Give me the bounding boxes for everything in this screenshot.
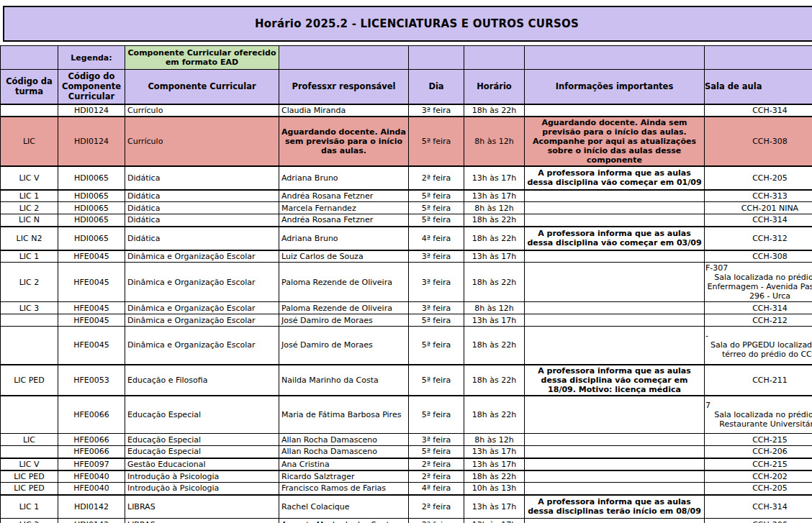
- componente-cell: Didática: [125, 202, 279, 214]
- horario-cell: 18h às 22h: [464, 263, 525, 302]
- componente-cell: Educação Especial: [125, 396, 279, 434]
- table-row: HDI0124CurrículoClaudia Miranda3ª feira1…: [1, 104, 812, 117]
- table-row: LIC 1HFE0045Dinâmica e Organização Escol…: [1, 250, 812, 263]
- sala-cell: CCH-313: [705, 190, 812, 202]
- sala-cell: CCH-205: [705, 483, 812, 495]
- turma-cell: LIC PED: [1, 365, 58, 396]
- info-cell: [525, 104, 705, 117]
- turma-cell: LIC 1: [1, 495, 58, 519]
- dia-cell: 2ª feira: [409, 458, 464, 470]
- horario-cell: 8h às 12h: [464, 302, 525, 314]
- professor-cell: Claudia Miranda: [279, 104, 409, 117]
- codigo-cell: HFE0045: [58, 263, 125, 302]
- dia-cell: 3ª feira: [409, 263, 464, 302]
- componente-cell: Educação Especial: [125, 434, 279, 446]
- legend-label: Legenda:: [58, 46, 125, 70]
- codigo-cell: HDI0065: [58, 190, 125, 202]
- table-row: LIC 2HFE0045Dinâmica e Organização Escol…: [1, 263, 812, 302]
- sala-cell: 7Sala localizada no prédio do Restaurant…: [705, 396, 812, 434]
- sala-code: F-307: [705, 263, 812, 273]
- professor-cell: Adriana Bruno: [279, 166, 409, 190]
- horario-cell: 13h às 17h: [464, 519, 525, 523]
- codigo-cell: HDI0142: [58, 495, 125, 519]
- info-cell: [525, 190, 705, 202]
- turma-cell: LIC 3: [1, 302, 58, 314]
- dia-cell: 5ª feira: [409, 202, 464, 214]
- col-header-dia: Dia: [409, 70, 464, 104]
- sala-cell: CCH-215: [705, 458, 812, 470]
- dia-cell: 5ª feira: [409, 396, 464, 434]
- info-cell: [525, 446, 705, 458]
- dia-cell: 3ª feira: [409, 434, 464, 446]
- componente-cell: Introdução à Psicologia: [125, 470, 279, 483]
- table-row: LIC N2HDI0065DidáticaAdriana Bruno4ª fei…: [1, 227, 812, 250]
- sala-desc: Sala localizada no prédio do Restaurante…: [707, 410, 812, 429]
- codigo-cell: HDI0065: [58, 202, 125, 214]
- sala-cell: CCH-212: [705, 314, 812, 327]
- info-cell: [525, 250, 705, 263]
- turma-cell: LIC 2: [1, 202, 58, 214]
- info-cell: Aguardando docente. Ainda sem previsão p…: [525, 117, 705, 166]
- turma-cell: LIC: [1, 434, 58, 446]
- horario-cell: 13h às 17h: [464, 250, 525, 263]
- componente-cell: Didática: [125, 166, 279, 190]
- sala-code: 7: [705, 401, 812, 410]
- codigo-cell: HFE0066: [58, 396, 125, 434]
- table-row: LICHDI0124CurrículoAguardando docente. A…: [1, 117, 812, 166]
- sala-cell: CCH-215: [705, 434, 812, 446]
- horario-cell: 8h às 12h: [464, 202, 525, 214]
- turma-cell: LIC N: [1, 214, 58, 227]
- table-row: LIC PEDHFE0040Introdução à PsicologiaRic…: [1, 470, 812, 483]
- horario-cell: 18h às 22h: [464, 104, 525, 117]
- codigo-cell: HFE0040: [58, 470, 125, 483]
- sala-cell: CCH-202: [705, 470, 812, 483]
- horario-cell: 18h às 22h: [464, 470, 525, 483]
- col-header-componente: Componente Curricular: [125, 70, 279, 104]
- codigo-cell: HFE0053: [58, 365, 125, 396]
- horario-cell: 8h às 12h: [464, 117, 525, 166]
- professor-cell: José Damiro de Moraes: [279, 327, 409, 365]
- sala-cell: CCH-205: [705, 166, 812, 190]
- professor-cell: Andréa Rosana Fetzner: [279, 214, 409, 227]
- table-row: LIC 2HDI0065DidáticaMarcela Fernandez5ª …: [1, 202, 812, 214]
- schedule-table: Legenda: Componente Curricular oferecido…: [0, 45, 812, 523]
- professor-cell: Marcela Fernandez: [279, 202, 409, 214]
- info-cell: [525, 263, 705, 302]
- sala-cell: CCH-211: [705, 365, 812, 396]
- professor-cell: Ricardo Salztrager: [279, 470, 409, 483]
- dia-cell: 3ª feira: [409, 302, 464, 314]
- componente-cell: Educação e Filosofia: [125, 365, 279, 396]
- codigo-cell: HDI0065: [58, 166, 125, 190]
- professor-cell: Paloma Rezende de Oliveira: [279, 302, 409, 314]
- dia-cell: 3ª feira: [409, 250, 464, 263]
- sala-code: -: [705, 331, 812, 340]
- turma-cell: LIC 1: [1, 250, 58, 263]
- sala-cell: CCH-201 NINA: [705, 202, 812, 214]
- codigo-cell: HFE0045: [58, 250, 125, 263]
- schedule-rows: HDI0124CurrículoClaudia Miranda3ª feira1…: [1, 104, 812, 523]
- table-row: HFE0066Educação EspecialMaria de Fátima …: [1, 396, 812, 434]
- horario-cell: 10h às 13h: [464, 483, 525, 495]
- codigo-cell: HFE0045: [58, 327, 125, 365]
- dia-cell: 5ª feira: [409, 117, 464, 166]
- sala-cell: CCH-308: [705, 250, 812, 263]
- table-row: LIC 2HDI0142LIBRASAugusto Machado dos Sa…: [1, 519, 812, 523]
- professor-cell: Maria de Fátima Barbosa Pires: [279, 396, 409, 434]
- componente-cell: LIBRAS: [125, 519, 279, 523]
- professor-cell: Allan Rocha Damasceno: [279, 434, 409, 446]
- table-row: LIC NHDI0065DidáticaAndréa Rosana Fetzne…: [1, 214, 812, 227]
- professor-cell: Adriana Bruno: [279, 227, 409, 250]
- turma-cell: [1, 104, 58, 117]
- turma-cell: LIC V: [1, 166, 58, 190]
- turma-cell: LIC PED: [1, 483, 58, 495]
- legend-empty-cell: [409, 46, 464, 70]
- horario-cell: 18h às 22h: [464, 227, 525, 250]
- componente-cell: Didática: [125, 190, 279, 202]
- turma-cell: LIC N2: [1, 227, 58, 250]
- dia-cell: 2ª feira: [409, 166, 464, 190]
- horario-cell: 18h às 22h: [464, 214, 525, 227]
- componente-cell: Dinâmica e Organização Escolar: [125, 314, 279, 327]
- codigo-cell: HDI0065: [58, 214, 125, 227]
- turma-cell: LIC 2: [1, 519, 58, 523]
- info-cell: [525, 327, 705, 365]
